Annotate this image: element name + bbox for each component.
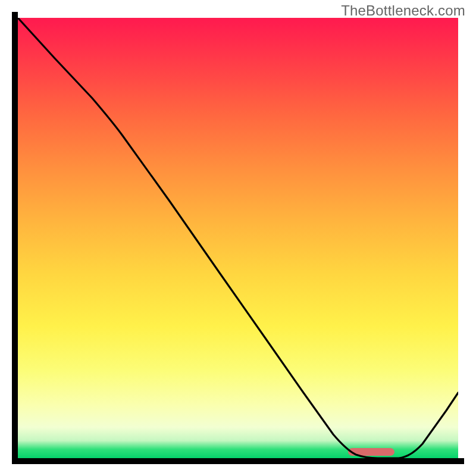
axis-left — [12, 12, 18, 464]
bottleneck-curve — [18, 18, 458, 458]
chart-overlay — [18, 18, 458, 458]
watermark-text: TheBottleneck.com — [341, 2, 465, 19]
chart-frame — [18, 18, 458, 458]
axis-bottom — [12, 458, 464, 464]
